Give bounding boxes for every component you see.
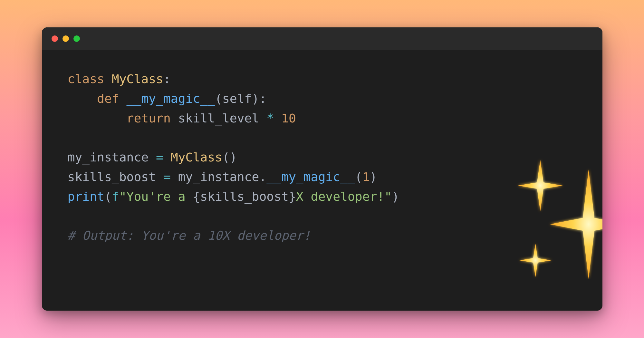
code-content: class MyClass: def __my_magic__(self): r…	[42, 50, 602, 311]
lparen-3: (	[104, 189, 112, 204]
interp-var: skills_boost	[200, 189, 289, 204]
print-call: print	[68, 189, 104, 204]
class-call: MyClass	[171, 150, 222, 164]
lparen-2: (	[355, 170, 362, 184]
str-close: "	[384, 189, 392, 204]
op-assign-2: =	[156, 170, 178, 184]
sparkles-icon	[464, 137, 586, 259]
keyword-return: return	[127, 111, 171, 125]
brace-open: {	[193, 189, 200, 204]
titlebar	[42, 27, 602, 50]
function-name: __my_magic__	[127, 92, 215, 106]
var-instance: my_instance	[178, 170, 259, 184]
var-my-instance: my_instance	[68, 150, 149, 164]
lparen: (	[215, 92, 222, 106]
rparen-3: )	[392, 189, 399, 204]
str-open: "	[119, 189, 127, 204]
var-skill-level: skill_level	[178, 111, 259, 125]
maximize-icon[interactable]	[73, 35, 80, 42]
minimize-icon[interactable]	[62, 35, 69, 42]
close-icon[interactable]	[52, 35, 58, 42]
arg-1: 1	[362, 170, 370, 184]
op-multiply: *	[259, 111, 281, 125]
brace-close: }	[289, 189, 296, 204]
colon: :	[163, 72, 171, 86]
str-part-1: You're a	[127, 189, 193, 204]
comment-output: # Output: You're a 10X developer!	[68, 228, 311, 243]
parens: ()	[222, 150, 237, 164]
dot: .	[259, 170, 266, 184]
f-prefix: f	[112, 189, 119, 204]
keyword-def: def	[97, 92, 119, 106]
rparen-colon: ):	[252, 92, 267, 106]
op-assign: =	[149, 150, 171, 164]
var-skills-boost: skills_boost	[68, 170, 156, 184]
keyword-class: class	[68, 72, 104, 86]
param-self: self	[222, 92, 252, 106]
method-call: __my_magic__	[266, 170, 355, 184]
number-10: 10	[281, 111, 296, 125]
str-part-2: X developer!	[296, 189, 385, 204]
code-window: class MyClass: def __my_magic__(self): r…	[42, 27, 602, 311]
rparen-2: )	[370, 170, 377, 184]
class-name: MyClass	[112, 72, 163, 86]
